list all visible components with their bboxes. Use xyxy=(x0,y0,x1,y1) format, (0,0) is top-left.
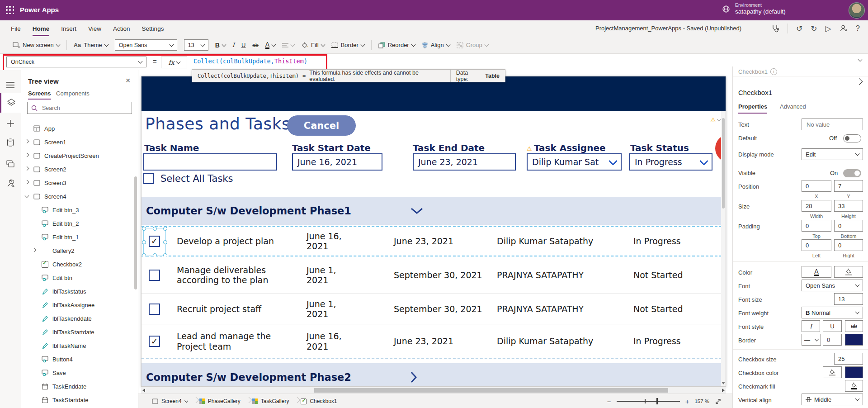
underline-button[interactable]: U xyxy=(241,42,245,48)
prop-position-y-input[interactable]: 7 xyxy=(834,180,863,192)
select-all-tasks[interactable]: Select All Tasks xyxy=(143,173,233,184)
task-start-date-input[interactable]: June 16, 2021 xyxy=(292,153,382,171)
tree-item-lbltaskname[interactable]: lblTaskName xyxy=(21,339,135,352)
border-button[interactable]: Border xyxy=(331,42,364,48)
group-button[interactable]: Group xyxy=(457,42,488,48)
prop-padding-top-input[interactable]: 0 xyxy=(802,220,831,232)
align-button[interactable]: Align xyxy=(422,42,450,48)
tree-item-screen1[interactable]: Screen1 xyxy=(21,135,135,149)
tree-view-rail-icon[interactable] xyxy=(0,93,21,113)
environment-picker[interactable]: Environment satapathy (default) xyxy=(722,2,786,16)
tab-properties[interactable]: Properties xyxy=(738,103,767,114)
task-checkbox[interactable] xyxy=(149,304,160,315)
formula-input[interactable]: Collect(colBulkUpdate,ThisItem) xyxy=(193,57,307,65)
bold-button[interactable]: B xyxy=(215,42,226,49)
phase2-header[interactable]: Computer S/w Development Phase2 xyxy=(142,363,726,387)
task-assignee-dropdown[interactable]: Dilip Kumar Sat xyxy=(527,153,622,171)
chevron-right-icon[interactable] xyxy=(25,166,29,171)
prop-position-x-input[interactable]: 0 xyxy=(802,180,831,192)
select-all-checkbox[interactable] xyxy=(143,173,154,184)
tree-item-taskstartdate[interactable]: TaskStartdate xyxy=(21,393,135,407)
collapse-panel-chevron-icon[interactable] xyxy=(856,78,863,85)
chevron-down-icon[interactable] xyxy=(25,194,29,198)
tree-item-screen4[interactable]: Screen4 xyxy=(21,190,135,203)
tab-advanced[interactable]: Advanced xyxy=(780,103,806,110)
tree-item-edit-btn-1[interactable]: Edit btn_1 xyxy=(21,230,135,244)
tree-item-edit-btn-2[interactable]: Edit btn_2 xyxy=(21,217,135,230)
task-status-dropdown[interactable]: In Progress xyxy=(629,153,712,171)
property-selector[interactable]: OnCheck xyxy=(6,57,146,67)
prop-font-color-button[interactable]: A xyxy=(802,266,831,278)
tree-item-lbltaskstartdate[interactable]: lblTaskStartdate xyxy=(21,325,135,339)
font-color-button[interactable]: A xyxy=(265,42,275,49)
chevron-right-icon[interactable] xyxy=(25,180,29,185)
formula-expand-chevron-icon[interactable] xyxy=(858,57,863,62)
prop-checkmarkfill-button[interactable] xyxy=(845,380,863,392)
media-icon[interactable] xyxy=(0,155,21,173)
breadcrumb-checkbox1[interactable]: Checkbox1 xyxy=(298,398,340,404)
font-family-select[interactable]: Open Sans xyxy=(115,39,177,51)
task-name-input[interactable] xyxy=(143,153,277,171)
tree-item-button4[interactable]: Button4 xyxy=(21,352,135,366)
tab-components[interactable]: Components xyxy=(56,90,90,97)
share-person-icon[interactable] xyxy=(840,24,848,33)
prop-fontweight-dropdown[interactable]: B Normal xyxy=(802,307,863,318)
cancel-button[interactable]: Cancel xyxy=(287,115,356,136)
prop-underline-button[interactable]: U xyxy=(823,320,842,332)
canvas-warning[interactable]: ⚠ xyxy=(710,116,720,123)
tree-scrollbar[interactable] xyxy=(134,176,137,289)
prop-checkboxcolor-button[interactable] xyxy=(823,366,842,378)
tree-item-createprojectscreen[interactable]: CreateProjectScreen xyxy=(21,149,135,162)
font-size-select[interactable]: 13 xyxy=(184,39,208,51)
menu-view[interactable]: View xyxy=(88,25,101,32)
tree-item-screen2[interactable]: Screen2 xyxy=(21,162,135,176)
tree-item-lbltaskenddate[interactable]: lblTaskenddate xyxy=(21,312,135,325)
prop-visible-toggle[interactable] xyxy=(843,169,861,177)
chevron-down-icon[interactable] xyxy=(410,207,424,214)
task-checkbox[interactable]: ✓ xyxy=(149,336,160,347)
prop-border-style-dropdown[interactable]: — xyxy=(802,334,821,346)
prop-verticalalign-dropdown[interactable]: Middle xyxy=(802,394,863,405)
zoom-slider[interactable] xyxy=(617,401,680,402)
text-align-button[interactable] xyxy=(282,43,294,48)
prop-padding-left-input[interactable]: 0 xyxy=(802,239,831,251)
tree-item-save[interactable]: Save xyxy=(21,366,135,380)
control-selector-clipped[interactable]: Checkbox1 i xyxy=(738,67,777,75)
selection-handles[interactable] xyxy=(143,228,166,256)
task-row[interactable]: ✓ Develop a project plan June 16, 2021 J… xyxy=(142,226,726,256)
scroll-right-arrow-icon[interactable] xyxy=(722,389,725,392)
redo-icon[interactable]: ↻ xyxy=(811,24,817,33)
tree-item-lbltaskassignee[interactable]: lblTaskAssignee xyxy=(21,298,135,312)
canvas-horizontal-scrollbar[interactable] xyxy=(141,387,726,394)
prop-displaymode-dropdown[interactable]: Edit xyxy=(802,148,863,160)
scroll-left-arrow-icon[interactable] xyxy=(142,389,145,392)
new-screen-button[interactable]: New screen xyxy=(13,42,60,48)
menu-home[interactable]: Home xyxy=(33,25,50,32)
task-row[interactable]: Manage deliverables according to the pla… xyxy=(142,256,726,294)
tree-item-gallery2[interactable]: Gallery2 xyxy=(21,244,135,257)
prop-font-dropdown[interactable]: Open Sans xyxy=(802,280,863,291)
chevron-right-icon[interactable] xyxy=(410,371,417,384)
tree-item-edit-btn-3[interactable]: Edit btn_3 xyxy=(21,203,135,217)
scrollbar-thumb[interactable] xyxy=(314,388,668,393)
tree-item-lbltaskstatus[interactable]: lblTaskstatus xyxy=(21,285,135,298)
menu-settings[interactable]: Settings xyxy=(142,25,164,32)
prop-border-width-input[interactable]: 0 xyxy=(823,334,842,346)
chevron-right-icon[interactable] xyxy=(32,248,37,252)
play-preview-icon[interactable]: ▷ xyxy=(825,24,831,33)
chevron-right-icon[interactable] xyxy=(25,153,29,157)
tree-item-taskenddate[interactable]: TaskEnddate xyxy=(21,380,135,393)
prop-size-height-input[interactable]: 33 xyxy=(834,200,863,212)
avatar[interactable] xyxy=(849,2,865,19)
tree-search-box[interactable] xyxy=(27,102,132,114)
search-input[interactable] xyxy=(41,104,128,112)
undo-icon[interactable]: ↺ xyxy=(796,24,802,33)
prop-checkboxsize-input[interactable]: 25 xyxy=(834,353,863,365)
task-row[interactable]: Recruit project staff June 1, 2021 Septe… xyxy=(142,294,726,324)
prop-strikethrough-button[interactable]: ab xyxy=(845,320,863,332)
zoom-in-button[interactable]: + xyxy=(685,398,689,405)
help-icon[interactable]: ? xyxy=(856,24,860,33)
strikethrough-button[interactable]: ab xyxy=(252,42,258,48)
app-canvas[interactable]: Phases and Tasks Cancel ⚠ Task Name Task… xyxy=(141,76,726,387)
prop-text-input[interactable] xyxy=(802,119,863,130)
